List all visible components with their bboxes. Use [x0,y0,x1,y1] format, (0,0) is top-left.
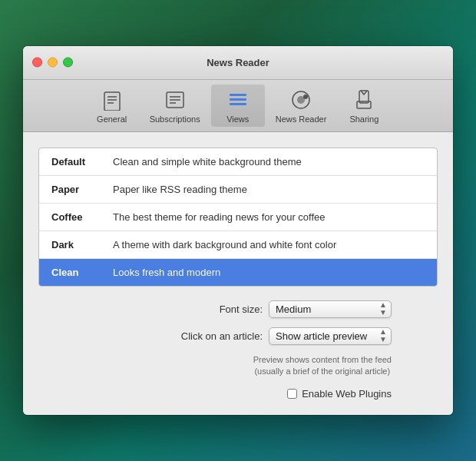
enable-web-plugins-label: Enable Web Plugins [302,388,392,400]
hint-line1: Preview shows content from the feed [253,355,392,364]
app-window: News Reader General [23,46,453,416]
theme-desc-default: Clean and simple white background theme [113,156,302,167]
theme-desc-dark: A theme with dark background and white f… [113,239,336,250]
theme-desc-paper: Paper like RSS reading theme [113,184,247,195]
hint-line2: (usually a brief of the original article… [254,366,390,376]
click-article-select[interactable]: Show article preview Open in browser Mar… [269,327,392,345]
close-button[interactable] [32,58,42,68]
svg-point-13 [303,95,308,99]
toolbar-item-subscriptions[interactable]: Subscriptions [139,85,211,127]
svg-rect-9 [230,98,246,101]
toolbar-item-views[interactable]: Views [211,85,265,127]
general-label: General [97,114,127,124]
hint-text: Preview shows content from the feed (usu… [253,354,392,378]
theme-desc-clean: Looks fresh and modern [113,267,220,278]
views-icon [226,88,250,112]
font-size-row: Font size: Small Medium Large ▲▼ [38,300,438,318]
subscriptions-icon [163,88,187,112]
theme-row-default[interactable]: Default Clean and simple white backgroun… [39,148,437,176]
theme-name-default: Default [51,156,113,167]
theme-desc-coffee: The best theme for reading news for your… [113,211,326,223]
checkbox-row: Enable Web Plugins [38,388,438,400]
theme-row-coffee[interactable]: Coffee The best theme for reading news f… [39,204,437,231]
traffic-lights [32,58,73,68]
general-icon [100,88,124,112]
svg-rect-0 [104,92,120,111]
minimize-button[interactable] [48,58,58,68]
newsreader-label: News Reader [276,114,327,124]
enable-web-plugins-checkbox[interactable] [287,389,297,399]
theme-name-paper: Paper [51,184,113,195]
theme-name-coffee: Coffee [51,211,113,223]
newsreader-icon [289,88,313,112]
font-size-select-wrapper: Small Medium Large ▲▼ [269,300,392,318]
theme-row-dark[interactable]: Dark A theme with dark background and wh… [39,231,437,259]
content-area: Default Clean and simple white backgroun… [23,132,453,416]
click-article-label: Click on an article: [181,330,263,342]
click-article-select-wrapper: Show article preview Open in browser Mar… [269,327,392,345]
titlebar: News Reader [23,46,453,80]
font-size-select[interactable]: Small Medium Large [269,300,392,318]
themes-table: Default Clean and simple white backgroun… [38,148,438,287]
hint-row: Preview shows content from the feed (usu… [38,354,438,378]
theme-name-dark: Dark [51,239,113,250]
toolbar-item-sharing[interactable]: Sharing [337,85,391,127]
sharing-label: Sharing [349,114,378,124]
theme-name-clean: Clean [51,267,113,278]
toolbar: General Subscriptions Views [23,80,453,132]
svg-rect-8 [230,94,246,96]
sharing-icon [352,88,376,112]
toolbar-item-general[interactable]: General [85,85,139,127]
theme-row-clean[interactable]: Clean Looks fresh and modern [39,259,437,286]
toolbar-item-newsreader[interactable]: News Reader [265,85,338,127]
svg-rect-10 [230,103,246,105]
views-label: Views [226,114,249,124]
window-title: News Reader [207,57,269,68]
font-size-label: Font size: [220,303,263,315]
maximize-button[interactable] [63,58,73,68]
subscriptions-label: Subscriptions [150,114,200,124]
theme-row-paper[interactable]: Paper Paper like RSS reading theme [39,176,437,204]
click-article-row: Click on an article: Show article previe… [38,327,438,345]
